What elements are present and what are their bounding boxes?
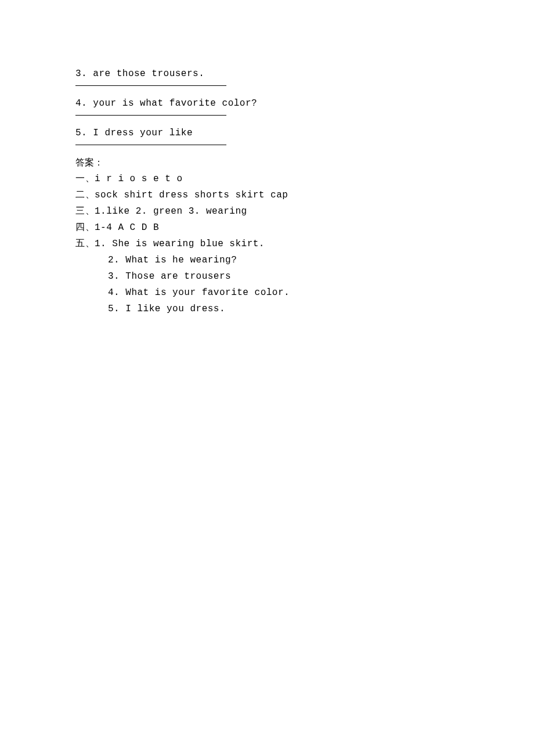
question-3: 3. are those trousers.	[75, 67, 459, 81]
question-5: 5. I dress your like	[75, 126, 459, 140]
answer-section-3: 三、1.like 2. green 3. wearing	[75, 204, 459, 218]
answers-header: 答案：	[75, 156, 459, 170]
question-4: 4. your is what favorite color?	[75, 96, 459, 110]
answer-section-5-item-1: 五、1. She is wearing blue skirt.	[75, 237, 459, 251]
blank-line-4	[75, 115, 226, 116]
answer-section-2: 二、sock shirt dress shorts skirt cap	[75, 188, 459, 202]
answer-section-5-item-3: 3. Those are trousers	[75, 269, 459, 283]
blank-line-3	[75, 85, 226, 86]
answer-section-1: 一、i r i o s e t o	[75, 172, 459, 186]
blank-line-5	[75, 145, 226, 145]
answer-section-5-item-5: 5. I like you dress.	[75, 302, 459, 316]
answer-section-5-item-2: 2. What is he wearing?	[75, 253, 459, 267]
answer-section-4: 四、1-4 A C D B	[75, 221, 459, 235]
answer-section-5-item-4: 4. What is your favorite color.	[75, 286, 459, 300]
